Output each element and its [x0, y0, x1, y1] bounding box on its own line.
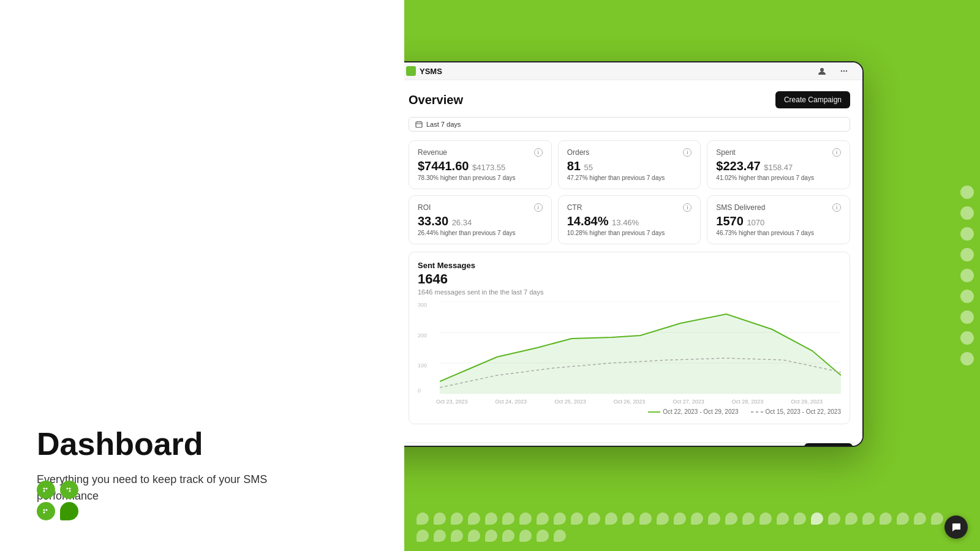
stat-card-orders-header: Orders i [567, 148, 692, 157]
chart-svg [440, 302, 841, 394]
deco-speech-28 [880, 512, 892, 525]
deco-speech-17 [691, 512, 703, 525]
deco-speech-30 [914, 512, 926, 525]
deco-speech-10 [571, 512, 583, 525]
stat-card-spent-header: Spent i [716, 148, 841, 157]
orders-change: 47.27% higher than previous 7 days [567, 174, 692, 181]
create-campaign-button[interactable]: Create Campaign [775, 91, 850, 108]
stat-card-spent: Spent i $223.47 $158.47 41.02% higher th… [707, 140, 850, 189]
deco-speech-33 [434, 530, 446, 542]
x-label-oct26: Oct 26, 2023 [614, 399, 646, 405]
stat-card-sms-header: SMS Delivered i [716, 203, 841, 212]
ctr-info-icon[interactable]: i [683, 203, 692, 212]
stat-card-roi: ROI i 33.30 26.34 26.44% higher than pre… [409, 195, 552, 244]
deco-dot [960, 352, 974, 365]
revenue-value: $7441.60 $4173.55 [418, 159, 543, 173]
ctr-change: 10.28% higher than previous 7 days [567, 230, 692, 236]
legend-previous-label: Oct 15, 2023 - Oct 22, 2023 [766, 408, 841, 415]
roi-info-icon[interactable]: i [534, 203, 543, 212]
deco-dots-right [960, 186, 980, 365]
deco-speech-32 [417, 530, 429, 542]
deco-speech-40 [554, 530, 566, 542]
spent-label: Spent [716, 148, 735, 157]
x-label-oct24: Oct 24, 2023 [496, 399, 527, 405]
topbar: YSMS [404, 62, 862, 80]
svg-point-6 [43, 509, 45, 511]
svg-point-13 [841, 70, 842, 72]
deco-speech-25 [828, 512, 840, 525]
chart-section: Sent Messages 1646 1646 messages sent in… [409, 252, 850, 424]
svg-point-2 [43, 490, 45, 492]
deco-speech-9 [554, 512, 566, 525]
orders-info-icon[interactable]: i [683, 148, 692, 157]
y-label-300: 300 [418, 302, 427, 308]
right-panel: YSMS 🏠 Home 📦 Orders 3 🔷 Products 👤 Cust… [404, 0, 980, 551]
y-label-100: 100 [418, 362, 427, 369]
deco-speech-37 [502, 530, 514, 542]
ctr-label: CTR [567, 203, 582, 212]
deco-speech-14 [639, 512, 652, 525]
topbar-brand: YSMS [406, 66, 442, 76]
deco-speech-23 [794, 512, 806, 525]
chart-y-axis: 300 200 100 0 [418, 302, 435, 394]
stat-card-ctr: CTR i 14.84% 13.46% 10.28% higher than p… [558, 195, 701, 244]
x-label-oct25: Oct 25, 2023 [554, 399, 586, 405]
deco-dot [960, 206, 974, 220]
deco-speech-13 [622, 512, 635, 525]
hero-title: Dashboard [37, 427, 404, 462]
revenue-secondary: $4173.55 [472, 163, 505, 172]
deco-speech-27 [862, 512, 875, 525]
logo-dot-4 [60, 502, 78, 520]
sms-change: 46.73% higher than previous 7 days [716, 230, 841, 236]
roi-secondary: 26.34 [452, 218, 472, 227]
deco-dot [960, 186, 974, 199]
deco-speech-26 [845, 512, 858, 525]
spent-secondary: $158.47 [764, 163, 793, 172]
svg-point-0 [43, 488, 45, 490]
chart-main-value: 1646 [418, 271, 841, 287]
bottom-customers-label: Customers [406, 446, 448, 446]
topbar-user-icon[interactable] [813, 62, 831, 80]
add-credits-button[interactable]: Add credits [804, 443, 853, 446]
chart-legend: Oct 22, 2023 - Oct 29, 2023 Oct 15, 2023… [418, 408, 841, 415]
bottom-bar: Customers Credits: $398.46 Add credits [404, 443, 862, 446]
revenue-label: Revenue [418, 148, 447, 157]
sms-info-icon[interactable]: i [832, 203, 841, 212]
page-title: Overview [409, 93, 463, 107]
ctr-secondary: 13.46% [612, 218, 639, 227]
deco-speech-29 [897, 512, 909, 525]
deco-speech-18 [708, 512, 720, 525]
chart-x-axis: Oct 23, 2023 Oct 24, 2023 Oct 25, 2023 O… [418, 399, 841, 405]
topbar-menu-icon[interactable] [835, 62, 853, 80]
stats-grid: Revenue i $7441.60 $4173.55 78.30% highe… [409, 140, 850, 244]
chart-with-y-axis: 300 200 100 0 [418, 302, 841, 396]
spent-info-icon[interactable]: i [832, 148, 841, 157]
stat-card-ctr-header: CTR i [567, 203, 692, 212]
chart-subtitle: 1646 messages sent in the the last 7 day… [418, 288, 841, 296]
deco-speech-4 [468, 512, 480, 525]
legend-previous-line [751, 411, 763, 413]
deco-speech-19 [725, 512, 737, 525]
deco-speech-21 [760, 512, 772, 525]
main-content: YSMS Overview Create Campaign Las [404, 62, 862, 446]
deco-speech-16 [674, 512, 686, 525]
chat-button[interactable] [944, 515, 968, 539]
date-filter-button[interactable]: Last 7 days [409, 117, 850, 132]
deco-speech-31 [931, 512, 943, 525]
stat-card-sms-delivered: SMS Delivered i 1570 1070 46.73% higher … [707, 195, 850, 244]
deco-speech-6 [502, 512, 514, 525]
deco-dot [960, 227, 974, 241]
deco-dot [960, 269, 974, 282]
stat-card-revenue-header: Revenue i [418, 148, 543, 157]
svg-point-15 [846, 70, 847, 72]
deco-speech-11 [588, 512, 600, 525]
page-header: Overview Create Campaign [409, 91, 850, 108]
revenue-info-icon[interactable]: i [534, 148, 543, 157]
svg-point-12 [820, 68, 824, 72]
topbar-logo-icon [406, 66, 416, 76]
spent-value: $223.47 $158.47 [716, 159, 841, 173]
topbar-brand-label: YSMS [420, 67, 442, 76]
deco-speech-34 [451, 530, 463, 542]
app-window: YSMS 🏠 Home 📦 Orders 3 🔷 Products 👤 Cust… [404, 61, 864, 447]
deco-speech-24 [811, 512, 823, 525]
